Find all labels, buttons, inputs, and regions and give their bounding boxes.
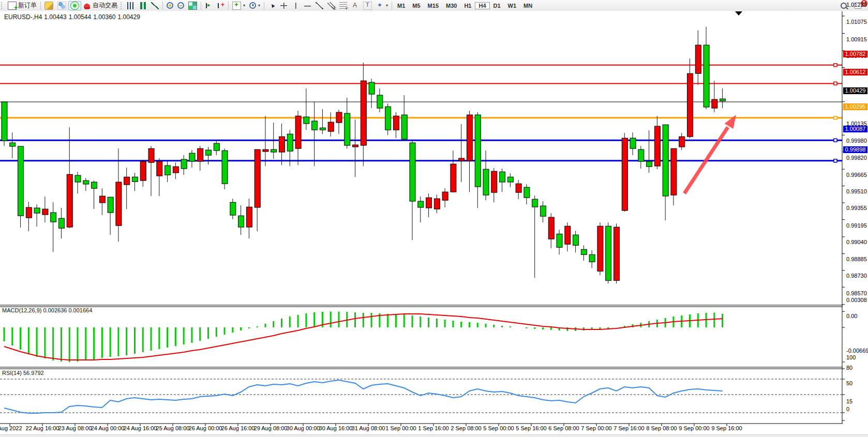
date-label: 7 Sep 00:00: [581, 425, 611, 431]
date-label: 24 Aug 16:00: [124, 425, 157, 431]
price-tick-label: 0.98885: [846, 256, 867, 262]
macd-tick-label: 0.00308: [846, 297, 867, 303]
price-line-badge: 1.00782: [843, 51, 867, 57]
date-label: 30 Aug 00:00: [287, 425, 320, 431]
date-label: 5 Sep 00:00: [483, 425, 514, 431]
price-tick-label: 0.99980: [846, 138, 867, 144]
rsi-tick-label: 100: [846, 354, 856, 360]
window-bottom-strip: [0, 434, 868, 437]
price-tick-label: 0.98570: [846, 290, 867, 296]
price-line-badge: 1.00087: [843, 126, 867, 132]
date-label: 1 Sep 00:00: [385, 425, 416, 431]
date-label: 9 Sep 00:00: [679, 425, 709, 431]
price-tick-label: 1.01075: [846, 19, 867, 25]
rsi-tick-label: 0: [846, 406, 849, 412]
price-line-badge: 1.00612: [843, 69, 867, 76]
date-label: 7 Sep 16:00: [613, 425, 644, 431]
date-label: 25 Aug 08:00: [156, 425, 190, 431]
price-tick-label: 0.99355: [846, 205, 867, 211]
date-label: Aug 2022: [0, 425, 22, 431]
rsi-tick-label: 50: [846, 380, 852, 386]
date-label: 6 Sep 08:00: [548, 425, 579, 431]
date-label: 2 Sep 08:00: [451, 425, 481, 431]
price-tick-label: 0.99510: [846, 188, 867, 194]
date-label: 22 Aug 16:00: [26, 425, 59, 431]
date-label: 9 Sep 16:00: [711, 425, 742, 431]
chart-area[interactable]: EURUSD-,H41.004431.005441.003601.00429 M…: [0, 11, 868, 437]
price-line-badge: 0.99898: [843, 146, 867, 153]
macd-tick-label: -0.006692: [846, 348, 868, 354]
rsi-tick-label: 15: [846, 398, 852, 404]
date-label: 30 Aug 16:00: [319, 425, 353, 431]
date-label: 26 Aug 16:00: [221, 425, 255, 431]
price-tick-label: 1.00915: [846, 36, 867, 42]
date-label: 23 Aug 08:00: [58, 425, 92, 431]
date-label: 1 Sep 16:00: [418, 425, 448, 431]
date-label: 26 Aug 00:00: [189, 425, 222, 431]
macd-tick-label: 0.00: [846, 313, 857, 319]
price-line-badge: 1.00295: [843, 103, 867, 110]
price-tick-label: 0.99820: [846, 155, 867, 161]
rsi-tick-label: 80: [846, 365, 852, 371]
date-label: 5 Sep 16:00: [516, 425, 546, 431]
date-label: 29 Aug 08:00: [254, 425, 288, 431]
date-label: 31 Aug 08:00: [352, 425, 385, 431]
price-tick-label: 0.98730: [846, 273, 867, 279]
date-label: 8 Sep 08:00: [646, 425, 677, 431]
price-line-badge: 1.00429: [843, 87, 867, 94]
axis-labels-layer: 1.012351.010751.009151.007601.004451.001…: [0, 0, 868, 437]
price-tick-label: 0.99195: [846, 222, 867, 229]
price-tick-label: 0.99040: [846, 239, 867, 245]
price-tick-label: 1.01235: [846, 2, 867, 8]
date-label: 24 Aug 00:00: [91, 425, 125, 431]
mt4-window: 新订单 自动交易 ▾ ▾ ▾ M1M5M1: [0, 0, 868, 437]
price-tick-label: 0.99665: [846, 172, 867, 178]
